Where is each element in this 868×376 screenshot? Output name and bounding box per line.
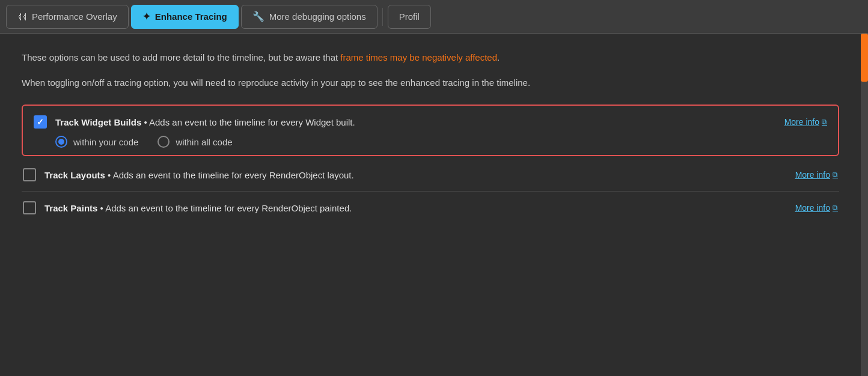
sparkles-icon: ✦	[142, 11, 150, 22]
toolbar: ⦉⦉ Performance Overlay ✦ Enhance Tracing…	[0, 0, 868, 34]
option-row-main: Track Widget Builds • Adds an event to t…	[34, 115, 827, 129]
checkbox-track-paints[interactable]	[23, 201, 36, 214]
toggle-note: When toggling on/off a tracing option, y…	[22, 76, 683, 90]
scrollbar-thumb[interactable]	[861, 34, 868, 82]
radio-circle-your-code[interactable]	[55, 136, 67, 148]
radio-options-track-widget-builds: within your code within all code	[34, 136, 233, 148]
track-widget-builds-label: Track Widget Builds • Adds an event to t…	[55, 117, 772, 127]
checkbox-track-widget-builds[interactable]	[34, 115, 47, 129]
wrench-icon: 🔧	[252, 11, 264, 22]
external-link-icon: ⧉	[822, 118, 827, 126]
intro-paragraph: These options can be used to add more de…	[22, 50, 683, 65]
radio-within-your-code[interactable]: within your code	[55, 136, 138, 148]
toolbar-separator	[382, 8, 383, 26]
option-track-paints: Track Paints • Adds an event to the time…	[22, 194, 839, 222]
tab-enhance-tracing[interactable]: ✦ Enhance Tracing	[131, 5, 239, 29]
scrollbar-track[interactable]	[861, 34, 868, 376]
more-info-track-paints[interactable]: More info ⧉	[795, 203, 838, 213]
radio-within-all-code[interactable]: within all code	[157, 136, 232, 148]
checkbox-track-layouts[interactable]	[23, 168, 36, 181]
tab-more-debugging[interactable]: 🔧 More debugging options	[241, 5, 377, 29]
option-track-widget-builds: Track Widget Builds • Adds an event to t…	[22, 105, 839, 156]
radio-circle-all-code[interactable]	[157, 136, 170, 148]
more-info-track-layouts[interactable]: More info ⧉	[795, 170, 838, 180]
track-layouts-label: Track Layouts • Adds an event to the tim…	[44, 170, 783, 180]
main-content: These options can be used to add more de…	[0, 34, 861, 376]
option-track-layouts: Track Layouts • Adds an event to the tim…	[22, 161, 839, 189]
tab-profile[interactable]: Profil	[388, 5, 431, 29]
external-link-icon-paints: ⧉	[833, 204, 838, 212]
tab-performance-overlay[interactable]: ⦉⦉ Performance Overlay	[6, 5, 129, 29]
bar-chart-icon: ⦉⦉	[17, 11, 27, 22]
external-link-icon-layouts: ⧉	[833, 171, 838, 179]
divider-1	[22, 191, 839, 192]
track-paints-label: Track Paints • Adds an event to the time…	[44, 203, 783, 213]
more-info-track-widget-builds[interactable]: More info ⧉	[784, 117, 827, 127]
